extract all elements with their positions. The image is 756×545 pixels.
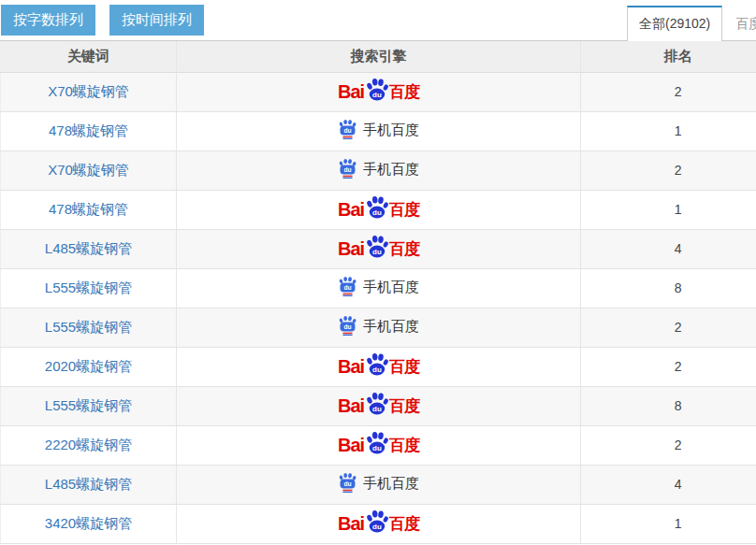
- table-row: L555螺旋钢管 du: [1, 308, 756, 347]
- sort-by-time-button[interactable]: 按时间排列: [109, 5, 204, 36]
- sort-by-wordcount-button[interactable]: 按字数排列: [1, 5, 95, 36]
- mobile-baidu-icon: du: [338, 473, 357, 493]
- keyword-link[interactable]: 2020螺旋钢管: [45, 358, 132, 374]
- baidu-logo-bai: Bai: [338, 436, 364, 454]
- mobile-baidu-label: 手机百度: [363, 319, 419, 333]
- baidu-logo-bai: Bai: [338, 514, 364, 533]
- mobile-baidu-icon: du: [338, 120, 357, 139]
- keyword-cell: 478螺旋钢管: [1, 190, 177, 229]
- baidu-paw-icon: du: [365, 431, 388, 454]
- rank-cell: 2: [581, 308, 756, 347]
- search-engine-cell: du du 手机百度: [177, 268, 581, 308]
- rank-value: 1: [675, 516, 682, 531]
- rank-cell: 2: [581, 151, 756, 190]
- keyword-link[interactable]: L555螺旋钢管: [45, 319, 132, 335]
- baidu-logo: Bai du 百度: [338, 237, 419, 261]
- search-engine-cell: Bai du 百度: [177, 72, 581, 111]
- keyword-link[interactable]: X70螺旋钢管: [48, 162, 129, 178]
- baidu-logo: Bai du 百度: [338, 80, 419, 104]
- mobile-baidu-label: 手机百度: [363, 122, 419, 136]
- svg-text:du: du: [372, 443, 382, 452]
- rank-cell: 2: [581, 347, 756, 386]
- keyword-link[interactable]: L485螺旋钢管: [45, 476, 132, 492]
- svg-text:du: du: [343, 480, 351, 487]
- table-row: X70螺旋钢管 Bai du 百度: [1, 72, 756, 111]
- keyword-link[interactable]: X70螺旋钢管: [48, 83, 129, 99]
- rank-value: 8: [675, 280, 682, 295]
- mobile-baidu-label: 手机百度: [363, 280, 419, 294]
- mobile-baidu-icon: du: [338, 159, 357, 179]
- keyword-link[interactable]: 2220螺旋钢管: [45, 437, 132, 452]
- svg-text:du: du: [372, 90, 382, 98]
- table-row: L555螺旋钢管 Bai du 百度: [1, 386, 756, 425]
- table-row: L555螺旋钢管 du: [1, 268, 756, 308]
- rank-cell: 1: [581, 504, 756, 543]
- table-row: 2020螺旋钢管 Bai du 百度: [1, 347, 756, 386]
- table-row: 478螺旋钢管 Bai du 百度: [1, 190, 756, 229]
- keyword-link[interactable]: 478螺旋钢管: [49, 122, 128, 138]
- keyword-link[interactable]: 478螺旋钢管: [49, 201, 128, 217]
- keyword-cell: L555螺旋钢管: [1, 268, 177, 308]
- baidu-paw-icon: du: [365, 195, 388, 219]
- engine-tabs: 全部(29102) 百度: [627, 6, 756, 41]
- baidu-logo-bai: Bai: [338, 239, 364, 258]
- baidu-logo: Bai du 百度: [338, 434, 419, 457]
- search-engine-cell: Bai du 百度: [177, 229, 581, 268]
- keyword-link[interactable]: L555螺旋钢管: [45, 280, 132, 295]
- baidu-logo-bai: Bai: [338, 82, 364, 101]
- svg-text:du: du: [343, 323, 351, 330]
- sort-buttons: 按字数排列 按时间排列: [1, 5, 204, 36]
- svg-text:du: du: [343, 166, 351, 173]
- mobile-baidu: du 手机百度: [338, 473, 419, 493]
- mobile-baidu-icon: du: [338, 277, 357, 296]
- baidu-paw-icon: du: [365, 235, 388, 258]
- search-engine-cell: Bai du 百度: [177, 425, 581, 465]
- rank-value: 4: [675, 241, 682, 256]
- keyword-link[interactable]: L485螺旋钢管: [45, 240, 132, 256]
- baidu-logo: Bai du 百度: [338, 512, 419, 536]
- rank-value: 1: [675, 202, 682, 217]
- rank-value: 2: [675, 320, 682, 335]
- rank-cell: 1: [581, 111, 756, 151]
- baidu-logo-chinese: 百度: [389, 202, 419, 218]
- svg-text:du: du: [372, 404, 382, 412]
- rank-cell: 2: [581, 72, 756, 111]
- table-row: 2220螺旋钢管 Bai du 百度: [1, 425, 756, 465]
- page: 按字数排列 按时间排列 全部(29102) 百度 关键词 搜索引擎 排名 X70…: [0, 0, 756, 544]
- search-engine-cell: du du 手机百度: [177, 465, 581, 504]
- ranking-table: 关键词 搜索引擎 排名 X70螺旋钢管 Bai d: [0, 41, 756, 544]
- search-engine-cell: Bai du 百度: [177, 347, 581, 386]
- svg-text:du: du: [372, 247, 382, 255]
- mobile-baidu: du 手机百度: [338, 316, 419, 336]
- search-engine-cell: Bai du 百度: [177, 190, 581, 229]
- tab-all[interactable]: 全部(29102): [627, 6, 722, 41]
- rank-value: 2: [675, 84, 682, 99]
- search-engine-cell: Bai du 百度: [177, 386, 581, 425]
- keyword-cell: L555螺旋钢管: [1, 308, 177, 347]
- keyword-cell: X70螺旋钢管: [1, 72, 177, 111]
- mobile-baidu: du 手机百度: [338, 159, 419, 179]
- keyword-cell: L485螺旋钢管: [1, 229, 177, 268]
- svg-text:du: du: [372, 208, 382, 216]
- mobile-baidu-label: 手机百度: [363, 162, 419, 176]
- keyword-cell: 478螺旋钢管: [1, 111, 177, 151]
- baidu-logo: Bai du 百度: [338, 355, 419, 379]
- table-body: X70螺旋钢管 Bai du 百度: [1, 72, 756, 543]
- rank-cell: 8: [581, 268, 756, 308]
- search-engine-cell: du du 手机百度: [177, 308, 581, 347]
- mobile-baidu-label: 手机百度: [363, 476, 419, 490]
- svg-text:du: du: [372, 522, 382, 530]
- baidu-logo-chinese: 百度: [389, 241, 419, 257]
- baidu-logo-chinese: 百度: [389, 398, 419, 414]
- table-row: 3420螺旋钢管 Bai du 百度: [1, 504, 756, 543]
- baidu-logo-chinese: 百度: [389, 516, 419, 532]
- keyword-link[interactable]: 3420螺旋钢管: [45, 515, 132, 531]
- keyword-link[interactable]: L555螺旋钢管: [45, 397, 132, 413]
- tab-baidu[interactable]: 百度: [722, 6, 756, 41]
- table-header-row: 关键词 搜索引擎 排名: [1, 41, 756, 72]
- keyword-cell: L485螺旋钢管: [1, 465, 177, 504]
- baidu-logo-bai: Bai: [338, 396, 364, 415]
- keyword-cell: L555螺旋钢管: [1, 386, 177, 425]
- baidu-paw-icon: du: [365, 509, 388, 533]
- table-row: 478螺旋钢管 du: [1, 111, 756, 151]
